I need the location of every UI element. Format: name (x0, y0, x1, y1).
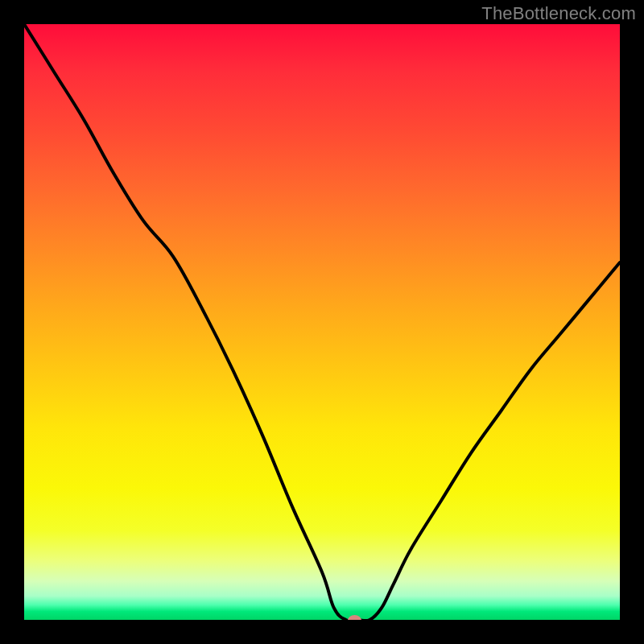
bottleneck-curve (24, 24, 620, 620)
plot-area (24, 24, 620, 620)
chart-stage: TheBottleneck.com (0, 0, 644, 644)
watermark-text: TheBottleneck.com (481, 3, 636, 24)
bottleneck-curve-svg (24, 24, 620, 620)
